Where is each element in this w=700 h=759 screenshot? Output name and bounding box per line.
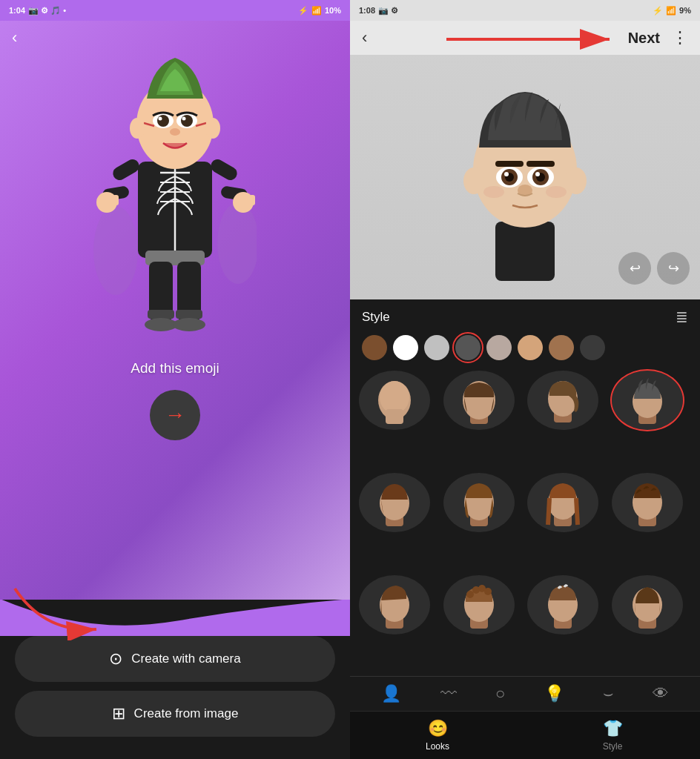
svg-rect-9 [110,157,142,183]
left-back-button[interactable]: ‹ [12,28,17,47]
svg-point-31 [159,117,162,121]
color-swatch-silver[interactable] [424,335,449,360]
eye-icon[interactable]: 👁 [653,684,669,703]
left-status-left: 1:04 📷 ⚙ 🎵 • [9,6,66,16]
more-options-button[interactable]: ⋮ [672,28,688,47]
mustache-icon[interactable]: 〰 [440,684,457,703]
style-label: Style [362,310,390,325]
svg-point-0 [93,206,138,295]
svg-point-46 [504,172,509,176]
left-wifi-icon: 📶 [311,6,322,16]
right-status-icons: 📷 ⚙ [378,6,398,16]
hair-style-grid [350,368,700,676]
color-swatch-white[interactable] [393,335,418,360]
color-swatch-dark[interactable] [455,335,481,360]
right-bt-icon: ⚡ [653,6,663,16]
hair-style-bald[interactable] [359,371,430,430]
next-button[interactable]: Next [628,30,660,47]
lighting-icon[interactable]: 💡 [544,684,564,703]
svg-point-34 [130,118,145,139]
hair-style-spiky[interactable] [612,371,683,430]
redo-button[interactable]: ↪ [657,252,690,285]
add-emoji-text: Add this emoji [131,360,219,377]
eyebrow-icon[interactable]: ⌣ [603,684,613,703]
svg-point-28 [157,115,169,127]
svg-rect-17 [237,195,243,205]
color-swatches-row [350,332,700,368]
svg-rect-18 [249,195,255,205]
left-status-bar: 1:04 📷 ⚙ 🎵 • ⚡ 📶 10% [0,0,350,21]
hair-style-highlighted[interactable] [527,575,598,634]
left-status-right: ⚡ 📶 10% [298,6,341,16]
hair-style-textured[interactable] [612,473,683,532]
camera-icon: ⊙ [109,649,122,669]
svg-point-55 [546,186,567,198]
svg-point-57 [380,381,409,414]
svg-rect-22 [176,310,202,319]
hair-style-ponytail[interactable] [527,371,598,430]
left-time: 1:04 [9,6,25,15]
style-nav-icon: 👕 [603,719,623,738]
right-status-right: ⚡ 📶 9% [653,6,691,16]
color-swatch-tan[interactable] [518,335,543,360]
create-from-image-button[interactable]: ⊞ Create from image [15,691,335,737]
emoji-character [93,43,257,354]
style-header: Style ≣ [350,299,700,332]
undo-button[interactable]: ↩ [618,252,651,285]
svg-point-53 [566,168,587,194]
svg-point-54 [483,186,504,198]
svg-point-1 [217,202,257,284]
filter-icon[interactable]: ≣ [676,308,688,326]
right-back-button[interactable]: ‹ [362,28,367,47]
create-camera-label: Create with camera [131,652,240,666]
right-bottom-panel: Style ≣ [350,299,700,759]
color-swatch-medium[interactable] [549,335,574,360]
hair-style-swept[interactable] [359,575,430,634]
svg-point-50 [535,172,540,176]
svg-rect-58 [386,409,403,424]
image-icon: ⊞ [112,704,125,723]
color-swatch-light[interactable] [486,335,512,360]
hair-style-medium[interactable] [443,371,515,430]
looks-nav-label: Looks [426,741,449,752]
undo-redo-container: ↩ ↪ [618,252,690,285]
color-swatch-charcoal[interactable] [580,335,605,360]
svg-point-33 [170,128,180,136]
color-swatch-brown[interactable] [362,335,387,360]
left-battery: 10% [325,6,341,15]
bottom-icons-row: 👤 〰 ○ 💡 ⌣ 👁 [350,676,700,711]
arrow-btn-container: → [150,390,200,440]
bottom-nav: 😊 Looks 👕 Style [350,711,700,759]
svg-point-32 [182,117,186,121]
right-status-left: 1:08 📷 ⚙ [359,6,398,16]
right-battery: 9% [679,6,691,15]
svg-rect-21 [148,310,174,319]
svg-point-80 [484,588,492,595]
style-nav-label: Style [603,741,623,752]
hair-style-side-part[interactable] [359,473,430,532]
face-shape-icon[interactable]: ○ [495,684,505,703]
svg-point-23 [145,318,177,331]
right-status-bar: 1:08 📷 ⚙ ⚡ 📶 9% [350,0,700,21]
nav-style[interactable]: 👕 Style [525,712,700,759]
avatar-preview-area: ↩ ↪ [350,55,700,299]
hair-style-fade[interactable] [612,575,683,634]
hair-style-long-straight[interactable] [527,473,598,532]
svg-rect-14 [208,157,240,183]
svg-rect-42 [526,161,555,167]
nav-looks[interactable]: 😊 Looks [350,712,525,759]
left-avatar-area: ‹ [0,21,350,600]
hair-style-wavy[interactable] [443,473,515,532]
right-top-bar: ‹ Next ⋮ [350,21,700,55]
hair-style-curly-short[interactable] [443,575,515,634]
looks-nav-icon: 😊 [428,719,448,738]
svg-point-52 [463,168,484,194]
avatar-3d [451,73,599,281]
svg-rect-38 [495,222,555,281]
right-top-actions: Next ⋮ [628,28,688,47]
create-with-camera-button[interactable]: ⊙ Create with camera [15,636,335,682]
svg-point-35 [205,118,220,139]
svg-rect-13 [113,195,119,205]
head-icon[interactable]: 👤 [381,684,401,703]
next-arrow-button[interactable]: → [150,390,200,440]
